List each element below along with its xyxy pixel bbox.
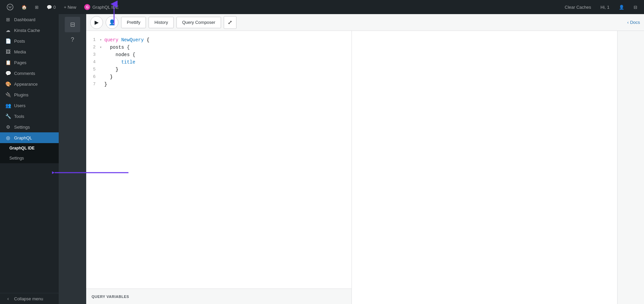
query-composer-btn[interactable]: Query Composer <box>176 17 221 28</box>
help-icon: ? <box>71 36 74 43</box>
graphiql-toolbar: ▶ 👤 Prettify History Query Composer ⤢ ‹ … <box>86 14 644 31</box>
dashboard-icon: ⊞ <box>35 5 39 10</box>
sidebar-item-tools[interactable]: 🔧 Tools <box>0 111 59 122</box>
line-num-2: 2 <box>90 44 100 51</box>
editor-toggle-btn[interactable]: ⊟ <box>65 17 80 32</box>
graphql-ide-sublabel: GraphQL IDE <box>9 146 35 150</box>
line-num-7: 7 <box>90 81 100 88</box>
line-arrow-1: ▾ <box>100 36 104 44</box>
graphql-sidebar-icon: ◎ <box>5 135 11 140</box>
collapse-menu-btn[interactable]: ‹ Collapse menu <box>0 293 59 304</box>
main-content: ▶ 👤 Prettify History Query Composer ⤢ ‹ … <box>86 14 644 304</box>
appearance-icon: 🎨 <box>5 81 11 87</box>
comments-icon: 💬 <box>47 5 52 10</box>
code-line-5: 5 } <box>90 66 347 73</box>
tools-icon: 🔧 <box>5 114 11 119</box>
line-num-1: 1 <box>90 36 100 44</box>
sidebar-item-dashboard[interactable]: ⊞ Dashboard <box>0 14 59 25</box>
docs-panel <box>617 31 644 304</box>
help-btn[interactable]: ? <box>71 36 74 43</box>
bar-icon-1[interactable]: ⊟ <box>631 0 640 14</box>
svg-text:W: W <box>8 5 12 9</box>
line-num-5: 5 <box>90 66 100 73</box>
sidebar-label-settings: Settings <box>14 125 30 130</box>
line-num-4: 4 <box>90 58 100 66</box>
new-btn[interactable]: + New <box>61 0 79 14</box>
code-editor[interactable]: 1 ▾ query NewQuery { 2 ▾ <box>86 31 352 289</box>
dashboard-btn[interactable]: ⊞ <box>32 0 41 14</box>
dashboard-icon: ⊞ <box>5 17 11 22</box>
plugins-icon: 🔌 <box>5 92 11 97</box>
sidebar-item-plugins[interactable]: 🔌 Plugins <box>0 89 59 100</box>
user-icon: 👤 <box>109 19 115 26</box>
play-icon: ▶ <box>95 19 99 26</box>
kinsta-cache-icon: ☁ <box>5 28 11 33</box>
sidebar-label-posts: Posts <box>14 39 25 44</box>
query-vars-label: QUERY VARIABLES <box>92 295 129 299</box>
sidebar-label-tools: Tools <box>14 114 24 119</box>
sidebar-item-kinsta-cache[interactable]: ☁ Kinsta Cache <box>0 25 59 36</box>
admin-bar: W 🏠 ⊞ 💬 0 + New G GraphQL IDE Clear Cach… <box>0 0 644 14</box>
graphql-ide-bar-label: GraphQL IDE <box>92 5 118 10</box>
pages-icon: 📋 <box>5 60 11 65</box>
line-content-6: } <box>104 73 347 81</box>
line-num-3: 3 <box>90 51 100 58</box>
run-query-btn[interactable]: ▶ <box>90 16 103 29</box>
sidebar-label-comments: Comments <box>14 71 35 76</box>
fullscreen-btn[interactable]: ⤢ <box>224 16 236 29</box>
sidebar-subitem-graphql-settings[interactable]: Settings <box>0 153 59 163</box>
settings-icon: ⚙ <box>5 124 11 130</box>
graphql-bar-icon: G <box>84 4 90 10</box>
wp-logo-icon: W <box>7 4 13 10</box>
wp-logo-btn[interactable]: W <box>4 0 16 14</box>
code-line-4: 4 title <box>90 58 347 66</box>
users-icon: 👥 <box>5 103 11 108</box>
editor-icon: ⊟ <box>70 21 75 28</box>
sidebar-item-graphql[interactable]: ◎ GraphQL <box>0 132 59 143</box>
user-bar-icon[interactable]: 👤 <box>616 0 627 14</box>
editor-panel: 1 ▾ query NewQuery { 2 ▾ <box>86 31 352 304</box>
fullscreen-icon: ⤢ <box>228 19 232 26</box>
sidebar-item-pages[interactable]: 📋 Pages <box>0 57 59 68</box>
greeting-label: Hi, 1 <box>598 0 612 14</box>
sidebar-item-users[interactable]: 👥 Users <box>0 100 59 111</box>
query-variables-panel[interactable]: QUERY VARIABLES <box>86 289 352 304</box>
sidebar-item-posts[interactable]: 📄 Posts <box>0 36 59 46</box>
sidebar-footer: ‹ Collapse menu <box>0 293 59 304</box>
code-line-1: 1 ▾ query NewQuery { <box>90 36 347 44</box>
code-line-2: 2 ▾ posts { <box>90 44 347 51</box>
sidebar-label-plugins: Plugins <box>14 92 29 97</box>
graphql-settings-sublabel: Settings <box>9 156 24 161</box>
graphql-ide-bar-btn[interactable]: G GraphQL IDE <box>82 0 121 14</box>
layout: ⊞ Dashboard ☁ Kinsta Cache 📄 Posts 🖼 Med… <box>0 14 644 304</box>
line-content-7: } <box>104 81 347 88</box>
line-num-6: 6 <box>90 73 100 81</box>
line-content-2: posts { <box>104 44 347 51</box>
graphiql-area: 1 ▾ query NewQuery { 2 ▾ <box>86 31 644 304</box>
comments-btn[interactable]: 💬 0 <box>44 0 58 14</box>
history-btn[interactable]: History <box>149 17 173 28</box>
docs-label: Docs <box>630 20 640 25</box>
collapse-icon: ‹ <box>5 296 11 301</box>
posts-icon: 📄 <box>5 38 11 44</box>
sidebar-item-appearance[interactable]: 🎨 Appearance <box>0 79 59 89</box>
docs-chevron: ‹ <box>627 20 629 25</box>
graphql-submenu: GraphQL IDE Settings <box>0 143 59 163</box>
line-content-1: query NewQuery { <box>104 36 347 44</box>
sidebar-subitem-graphql-ide[interactable]: GraphQL IDE <box>0 143 59 153</box>
docs-btn[interactable]: ‹ Docs <box>627 20 640 25</box>
clear-caches-btn[interactable]: Clear Caches <box>562 0 594 14</box>
sidebar-label-graphql: GraphQL <box>14 135 32 140</box>
comments-sidebar-icon: 💬 <box>5 71 11 76</box>
prettify-btn[interactable]: Prettify <box>121 17 146 28</box>
code-line-3: 3 nodes { <box>90 51 347 58</box>
new-label: + New <box>64 5 76 10</box>
sidebar-item-settings[interactable]: ⚙ Settings <box>0 122 59 132</box>
sidebar-item-comments[interactable]: 💬 Comments <box>0 68 59 79</box>
media-icon: 🖼 <box>5 49 11 54</box>
sidebar-item-media[interactable]: 🖼 Media <box>0 46 59 57</box>
comments-count: 0 <box>53 5 56 10</box>
home-btn[interactable]: 🏠 <box>19 0 30 14</box>
user-query-btn[interactable]: 👤 <box>106 16 118 29</box>
line-arrow-2: ▾ <box>100 44 104 51</box>
